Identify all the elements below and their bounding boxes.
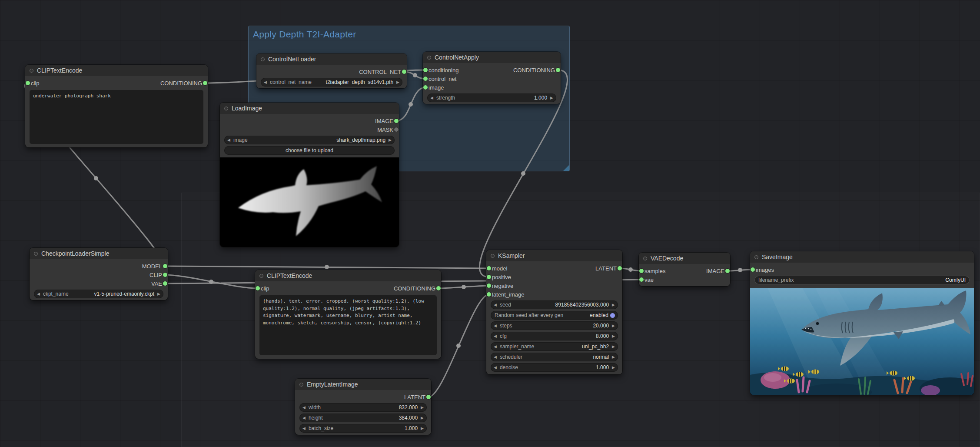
node-controlnetapply[interactable]: ControlNetApply conditioning CONDITIONIN… xyxy=(423,52,561,104)
steps-widget[interactable]: ◀ steps 20.000 ▶ xyxy=(491,321,618,330)
group-title[interactable]: Apply Depth T2I-Adapter xyxy=(249,26,569,43)
conditioning-output-port[interactable] xyxy=(436,286,441,290)
increment-arrow-icon[interactable]: ▶ xyxy=(389,138,392,142)
node-title-bar[interactable]: KSampler xyxy=(486,250,622,261)
node-collapse-dot[interactable] xyxy=(643,257,647,260)
decrement-arrow-icon[interactable]: ◀ xyxy=(430,96,433,100)
conditioning-input-port[interactable] xyxy=(423,68,428,72)
increment-arrow-icon[interactable]: ▶ xyxy=(612,345,615,349)
latent-output-port[interactable] xyxy=(618,266,622,270)
model-input-port[interactable] xyxy=(487,266,491,270)
increment-arrow-icon[interactable]: ▶ xyxy=(612,324,615,328)
vae-input-port[interactable] xyxy=(639,277,644,282)
denoise-widget[interactable]: ◀ denoise 1.000 ▶ xyxy=(491,363,618,372)
samples-input-port[interactable] xyxy=(639,269,644,273)
increment-arrow-icon[interactable]: ▶ xyxy=(157,292,160,296)
increment-arrow-icon[interactable]: ▶ xyxy=(612,355,615,359)
control-net-output-port[interactable] xyxy=(402,70,406,74)
seed-widget[interactable]: ◀ seed 891858402356003.000 ▶ xyxy=(491,300,618,309)
image-filename-widget[interactable]: ◀ image shark_depthmap.png ▶ xyxy=(224,136,395,144)
negative-input-port[interactable] xyxy=(487,284,491,288)
node-collapse-dot[interactable] xyxy=(299,383,303,387)
link-midpoint-dot[interactable] xyxy=(521,171,525,176)
node-title-bar[interactable]: EmptyLatentImage xyxy=(295,379,431,390)
link-midpoint-dot[interactable] xyxy=(94,176,98,180)
decrement-arrow-icon[interactable]: ◀ xyxy=(494,355,497,359)
decrement-arrow-icon[interactable]: ◀ xyxy=(227,138,230,142)
decrement-arrow-icon[interactable]: ◀ xyxy=(302,416,306,420)
node-collapse-dot[interactable] xyxy=(34,252,38,256)
node-vaedecode[interactable]: VAEDecode samples IMAGE vae xyxy=(639,253,730,286)
increment-arrow-icon[interactable]: ▶ xyxy=(396,80,399,84)
node-graph-canvas[interactable]: Apply Depth T2I-Adapter CLIPTextEncode xyxy=(0,0,980,447)
node-collapse-dot[interactable] xyxy=(259,274,263,278)
node-collapse-dot[interactable] xyxy=(754,255,758,259)
increment-arrow-icon[interactable]: ▶ xyxy=(612,366,615,370)
conditioning-output-port[interactable] xyxy=(203,81,207,85)
node-title-bar[interactable]: ControlNetApply xyxy=(423,52,561,63)
latent-output-port[interactable] xyxy=(426,395,431,399)
random-seed-toggle-widget[interactable]: Random seed after every gen enabled xyxy=(491,311,618,320)
increment-arrow-icon[interactable]: ▶ xyxy=(421,416,424,420)
sampler-name-widget[interactable]: ◀ sampler_name uni_pc_bh2 ▶ xyxy=(491,342,618,351)
node-loadimage[interactable]: LoadImage IMAGE MASK ◀ image shark_depth… xyxy=(220,103,399,247)
filename-prefix-widget[interactable]: filename_prefix ComfyUI xyxy=(754,276,970,284)
node-title-bar[interactable]: VAEDecode xyxy=(639,253,730,264)
positive-prompt-textarea[interactable]: underwater photograph shark xyxy=(30,90,203,144)
image-input-port[interactable] xyxy=(423,85,428,90)
node-collapse-dot[interactable] xyxy=(491,254,495,258)
images-input-port[interactable] xyxy=(751,267,755,272)
node-title-bar[interactable]: LoadImage xyxy=(220,103,399,114)
node-collapse-dot[interactable] xyxy=(224,107,228,110)
positive-input-port[interactable] xyxy=(487,275,491,279)
choose-file-button[interactable]: choose file to upload xyxy=(224,146,395,155)
node-saveimage[interactable]: SaveImage images filename_prefix ComfyUI xyxy=(750,251,974,395)
image-output-port[interactable] xyxy=(394,119,399,123)
decrement-arrow-icon[interactable]: ◀ xyxy=(494,303,497,307)
width-widget[interactable]: ◀ width 832.000 ▶ xyxy=(299,403,427,412)
increment-arrow-icon[interactable]: ▶ xyxy=(612,334,615,338)
decrement-arrow-icon[interactable]: ◀ xyxy=(494,324,497,328)
group-resize-handle[interactable] xyxy=(563,165,569,171)
conditioning-output-port[interactable] xyxy=(556,68,560,72)
mask-output-port[interactable] xyxy=(394,127,399,132)
batch-size-widget[interactable]: ◀ batch_size 1.000 ▶ xyxy=(299,424,427,433)
node-collapse-dot[interactable] xyxy=(427,56,431,60)
clip-input-port[interactable] xyxy=(256,286,260,290)
increment-arrow-icon[interactable]: ▶ xyxy=(421,427,424,430)
increment-arrow-icon[interactable]: ▶ xyxy=(612,303,615,307)
latent-image-input-port[interactable] xyxy=(487,292,491,297)
control-net-name-widget[interactable]: ◀ control_net_name t2iadapter_depth_sd14… xyxy=(261,78,402,87)
node-title-bar[interactable]: SaveImage xyxy=(750,251,974,263)
node-emptylatentimage[interactable]: EmptyLatentImage LATENT ◀ width 832.000 … xyxy=(295,379,431,435)
node-checkpointloadersimple[interactable]: CheckpointLoaderSimple MODEL CLIP VAE ◀ … xyxy=(30,248,168,300)
node-title-bar[interactable]: CheckpointLoaderSimple xyxy=(30,248,168,259)
model-output-port[interactable] xyxy=(163,264,167,268)
ckpt-name-widget[interactable]: ◀ ckpt_name v1-5-pruned-emaonly.ckpt ▶ xyxy=(34,290,163,298)
decrement-arrow-icon[interactable]: ◀ xyxy=(264,80,267,84)
random-seed-toggle-dot[interactable] xyxy=(610,313,615,318)
cfg-widget[interactable]: ◀ cfg 8.000 ▶ xyxy=(491,332,618,340)
node-title-bar[interactable]: ControlNetLoader xyxy=(256,53,407,65)
clip-output-port[interactable] xyxy=(163,273,167,277)
node-cliptextencode-positive[interactable]: CLIPTextEncode clip CONDITIONING underwa… xyxy=(25,65,208,147)
increment-arrow-icon[interactable]: ▶ xyxy=(550,96,553,100)
clip-input-port[interactable] xyxy=(26,81,30,85)
image-output-port[interactable] xyxy=(725,269,730,273)
scheduler-widget[interactable]: ◀ scheduler normal ▶ xyxy=(491,353,618,361)
node-collapse-dot[interactable] xyxy=(261,57,265,61)
height-widget[interactable]: ◀ height 384.000 ▶ xyxy=(299,414,427,422)
strength-widget[interactable]: ◀ strength 1.000 ▶ xyxy=(427,93,556,102)
node-title-bar[interactable]: CLIPTextEncode xyxy=(25,65,208,76)
decrement-arrow-icon[interactable]: ◀ xyxy=(37,292,40,296)
decrement-arrow-icon[interactable]: ◀ xyxy=(302,427,306,430)
decrement-arrow-icon[interactable]: ◀ xyxy=(494,345,497,349)
node-ksampler[interactable]: KSampler model LATENT positive negative … xyxy=(486,250,622,374)
decrement-arrow-icon[interactable]: ◀ xyxy=(494,366,497,370)
vae-output-port[interactable] xyxy=(163,281,167,286)
control-net-input-port[interactable] xyxy=(423,77,428,81)
increment-arrow-icon[interactable]: ▶ xyxy=(421,406,424,410)
node-controlnetloader[interactable]: ControlNetLoader CONTROL_NET ◀ control_n… xyxy=(256,53,407,88)
decrement-arrow-icon[interactable]: ◀ xyxy=(302,406,306,410)
node-title-bar[interactable]: CLIPTextEncode xyxy=(255,270,441,281)
